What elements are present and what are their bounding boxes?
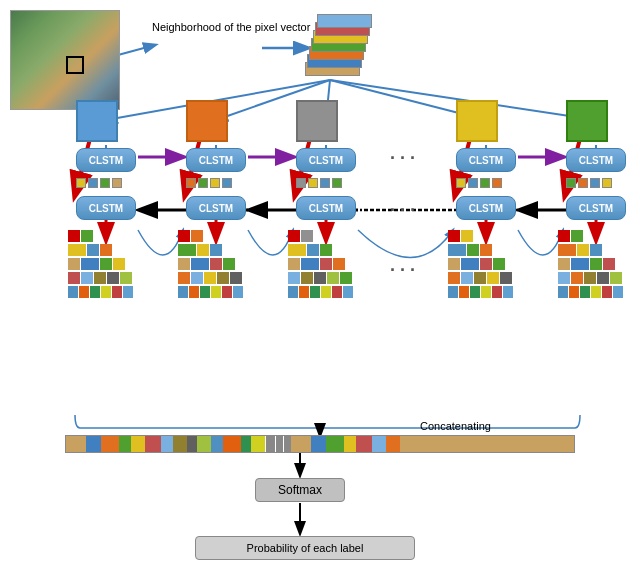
softmax-box: Softmax [255, 478, 345, 502]
col2-top-clstm: CLSTM [186, 148, 246, 172]
col3-top-clstm: CLSTM [296, 148, 356, 172]
col2-bot-clstm: CLSTM [186, 196, 246, 220]
dots-label3: · · · [390, 260, 415, 281]
col4-bot-clstm: CLSTM [456, 196, 516, 220]
col2-input [186, 100, 228, 142]
col1-input [76, 100, 118, 142]
satellite-selection-box [66, 56, 84, 74]
architecture-diagram: Neighborhood of the pixel vector CLSTM C… [0, 0, 640, 566]
pixel-stack [305, 12, 365, 82]
col1-top-clstm: CLSTM [76, 148, 136, 172]
col3-bot-clstm: CLSTM [296, 196, 356, 220]
col3-input [296, 100, 338, 142]
col5-input [566, 100, 608, 142]
col4-top-clstm: CLSTM [456, 148, 516, 172]
col4-input [456, 100, 498, 142]
col5-top-clstm: CLSTM [566, 148, 626, 172]
col5-bot-clstm: CLSTM [566, 196, 626, 220]
satellite-image [10, 10, 120, 110]
concat-bar [65, 435, 575, 453]
result-box: Probability of each label [195, 536, 415, 560]
concatenating-label: Concatenating [420, 420, 491, 432]
neighborhood-label: Neighborhood of the pixel vector [152, 20, 310, 35]
dots-label2: · · · [390, 200, 415, 221]
dots-label: · · · [390, 148, 415, 169]
col1-bot-clstm: CLSTM [76, 196, 136, 220]
svg-line-0 [118, 45, 155, 55]
